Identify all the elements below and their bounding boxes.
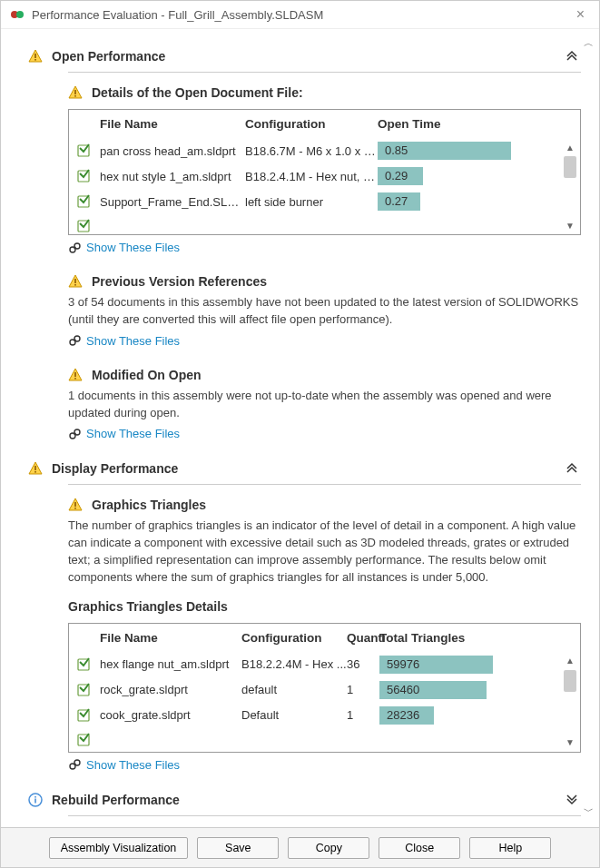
col-configuration: Configuration bbox=[241, 631, 347, 645]
cell-total-triangles: 28236 bbox=[379, 706, 496, 725]
warning-icon bbox=[68, 274, 83, 289]
copy-button[interactable]: Copy bbox=[288, 837, 369, 859]
section-title: Open Performance bbox=[52, 49, 565, 64]
col-total-triangles: Total Triangles bbox=[379, 631, 496, 645]
content-pane: Open Performance Details of the Open Doc… bbox=[1, 30, 599, 824]
save-button[interactable]: Save bbox=[197, 837, 279, 859]
cell-configuration: B18.6.7M - M6 x 1.0 x 8 ... bbox=[245, 144, 378, 158]
help-button[interactable]: Help bbox=[469, 837, 551, 859]
cell-total-triangles: 59976 bbox=[379, 656, 496, 674]
file-icon bbox=[76, 656, 93, 673]
col-configuration: Configuration bbox=[245, 117, 378, 131]
subsection-title: Graphics Triangles bbox=[92, 498, 206, 512]
file-icon bbox=[76, 143, 93, 159]
scroll-down-icon[interactable]: ▼ bbox=[563, 218, 577, 232]
assembly-visualization-button[interactable]: Assembly Visualization bbox=[49, 837, 189, 859]
collapse-icon[interactable] bbox=[565, 460, 581, 477]
cell-configuration: left side burner bbox=[245, 195, 378, 209]
scroll-down-icon[interactable]: ﹀ bbox=[581, 804, 595, 818]
expand-icon[interactable] bbox=[565, 792, 581, 808]
cell-open-time: 0.27 bbox=[378, 192, 514, 211]
scroll-thumb[interactable] bbox=[564, 156, 576, 178]
link-icon bbox=[68, 334, 81, 347]
graphics-triangles-subsection: Graphics Triangles The number of graphic… bbox=[68, 498, 581, 771]
file-icon bbox=[76, 682, 93, 698]
link-icon bbox=[68, 758, 81, 771]
cell-quantity: 36 bbox=[347, 657, 379, 671]
section-rebuild-performance[interactable]: Rebuild Performance bbox=[28, 792, 581, 808]
warning-icon bbox=[68, 368, 83, 382]
table-scrollbar[interactable]: ▲ ▼ bbox=[562, 140, 578, 232]
scroll-thumb[interactable] bbox=[564, 670, 576, 692]
previous-version-subsection: Previous Version References 3 of 54 docu… bbox=[68, 274, 581, 348]
collapse-icon[interactable] bbox=[565, 48, 581, 64]
subsection-body: 3 of 54 documents in this assembly have … bbox=[68, 294, 581, 329]
col-file-name: File Name bbox=[100, 631, 241, 645]
cell-configuration: Default bbox=[241, 708, 347, 722]
file-icon bbox=[76, 707, 93, 724]
modified-on-open-subsection: Modified On Open 1 documents in this ass… bbox=[68, 368, 581, 441]
file-icon bbox=[76, 168, 93, 184]
cell-configuration: default bbox=[241, 683, 347, 696]
main-scrollbar[interactable]: ︿ ﹀ bbox=[581, 35, 595, 818]
cell-total-triangles: 56460 bbox=[379, 681, 496, 699]
cell-file-name: rock_grate.sldprt bbox=[100, 683, 241, 696]
app-icon bbox=[10, 7, 25, 22]
scroll-up-icon[interactable]: ▲ bbox=[563, 654, 577, 668]
show-files-link[interactable]: Show These Files bbox=[86, 758, 180, 772]
details-title: Graphics Triangles Details bbox=[68, 599, 581, 614]
table-row[interactable]: rock_grate.sldprtdefault156460 bbox=[69, 677, 560, 703]
table-row[interactable] bbox=[69, 214, 560, 234]
cell-file-name: cook_grate.sldprt bbox=[100, 708, 241, 722]
cell-file-name: pan cross head_am.sldprt bbox=[100, 144, 245, 158]
warning-icon bbox=[28, 49, 43, 64]
file-icon bbox=[76, 193, 93, 210]
scroll-up-icon[interactable]: ▲ bbox=[563, 140, 577, 154]
col-open-time: Open Time bbox=[378, 117, 514, 131]
show-files-link[interactable]: Show These Files bbox=[86, 334, 180, 348]
show-files-link[interactable]: Show These Files bbox=[86, 427, 180, 440]
file-icon bbox=[76, 732, 93, 748]
table-row[interactable]: cook_grate.sldprtDefault128236 bbox=[69, 703, 560, 728]
open-details-subsection: Details of the Open Document File: File … bbox=[68, 85, 581, 254]
table-row[interactable]: Support_Frame_End.SLDA...left side burne… bbox=[69, 189, 560, 214]
footer-toolbar: Assembly Visualization Save Copy Close H… bbox=[1, 827, 599, 867]
scroll-up-icon[interactable]: ︿ bbox=[581, 35, 595, 50]
warning-icon bbox=[68, 498, 83, 512]
table-row[interactable]: hex flange nut_am.sldprtB18.2.2.4M - Hex… bbox=[69, 652, 560, 677]
section-title: Display Performance bbox=[52, 461, 565, 476]
close-icon[interactable]: × bbox=[571, 6, 590, 23]
table-scrollbar[interactable]: ▲ ▼ bbox=[562, 654, 578, 750]
cell-file-name: hex nut style 1_am.sldprt bbox=[100, 170, 245, 183]
table-row[interactable] bbox=[69, 728, 560, 752]
link-icon bbox=[68, 428, 81, 440]
triangles-table: File Name Configuration Quanti Total Tri… bbox=[68, 623, 581, 753]
subsection-body: The number of graphics triangles is an i… bbox=[68, 518, 581, 586]
subsection-title: Details of the Open Document File: bbox=[92, 85, 303, 100]
section-display-performance[interactable]: Display Performance bbox=[28, 460, 581, 477]
titlebar: Performance Evaluation - Full_Grill_Asse… bbox=[1, 1, 599, 29]
col-quantity: Quanti bbox=[347, 631, 379, 645]
table-row[interactable]: hex nut style 1_am.sldprtB18.2.4.1M - He… bbox=[69, 163, 560, 189]
info-icon bbox=[28, 793, 43, 807]
section-open-performance[interactable]: Open Performance bbox=[28, 48, 581, 64]
warning-icon bbox=[28, 461, 43, 476]
cell-configuration: B18.2.4.1M - Hex nut, Sty... bbox=[245, 170, 378, 183]
show-files-link[interactable]: Show These Files bbox=[86, 241, 180, 254]
col-file-name: File Name bbox=[100, 117, 245, 131]
close-button[interactable]: Close bbox=[379, 837, 460, 859]
cell-file-name: hex flange nut_am.sldprt bbox=[100, 657, 241, 671]
table-row[interactable]: pan cross head_am.sldprtB18.6.7M - M6 x … bbox=[69, 138, 560, 163]
open-files-table: File Name Configuration Open Time pan cr… bbox=[68, 109, 581, 235]
window-title: Performance Evaluation - Full_Grill_Asse… bbox=[32, 8, 323, 22]
cell-file-name: Support_Frame_End.SLDA... bbox=[100, 195, 245, 209]
cell-quantity: 1 bbox=[347, 683, 379, 696]
subsection-body: 1 documents in this assembly were not up… bbox=[68, 388, 581, 422]
link-icon bbox=[68, 242, 81, 254]
subsection-title: Previous Version References bbox=[92, 274, 267, 289]
cell-quantity: 1 bbox=[347, 708, 379, 722]
section-title: Rebuild Performance bbox=[52, 793, 565, 807]
subsection-title: Modified On Open bbox=[92, 368, 202, 382]
scroll-down-icon[interactable]: ▼ bbox=[563, 735, 577, 750]
cell-open-time: 0.29 bbox=[378, 167, 514, 185]
